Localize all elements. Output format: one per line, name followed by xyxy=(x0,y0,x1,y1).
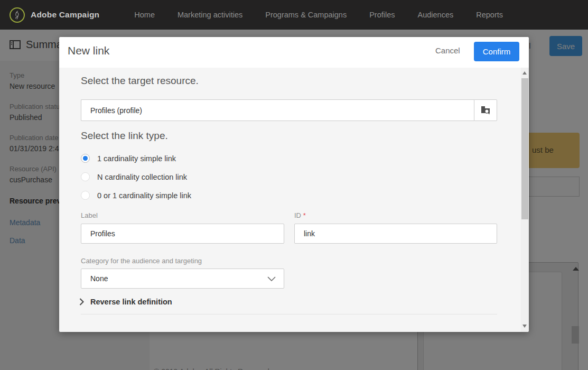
category-select[interactable]: None xyxy=(81,269,284,289)
nav-item-audiences[interactable]: Audiences xyxy=(418,11,454,19)
chevron-right-icon xyxy=(79,298,84,306)
reverse-link-definition-toggle[interactable]: Reverse link definition xyxy=(79,298,172,306)
dialog-header: New link Cancel Confirm xyxy=(59,37,529,68)
scroll-down-icon[interactable] xyxy=(522,325,527,328)
reverse-link-definition-label: Reverse link definition xyxy=(90,298,172,306)
label-field-label: Label xyxy=(81,211,98,219)
radio-unselected-icon[interactable] xyxy=(81,191,90,200)
radio-option-1-cardinality[interactable]: 1 cardinality simple link xyxy=(81,154,176,163)
confirm-button[interactable]: Confirm xyxy=(474,42,519,61)
radio-option-0-or-1-cardinality[interactable]: 0 or 1 cardinality simple link xyxy=(81,191,191,200)
new-link-dialog: New link Cancel Confirm Select the targe… xyxy=(59,37,529,332)
section-divider xyxy=(81,314,497,314)
folder-search-icon xyxy=(481,106,491,115)
nav-item-reports[interactable]: Reports xyxy=(476,11,503,19)
nav-item-programs-campaigns[interactable]: Programs & Campaigns xyxy=(265,11,347,19)
radio-option-n-cardinality[interactable]: N cardinality collection link xyxy=(81,172,187,181)
adobe-campaign-logo-icon xyxy=(10,7,25,23)
category-selected-value: None xyxy=(90,274,267,283)
scrollbar-thumb[interactable] xyxy=(521,78,528,219)
brand-title: Adobe Campaign xyxy=(31,10,99,20)
radio-label: 1 cardinality simple link xyxy=(97,154,176,163)
nav-item-marketing-activities[interactable]: Marketing activities xyxy=(178,11,242,19)
dialog-title: New link xyxy=(68,44,109,57)
radio-unselected-icon[interactable] xyxy=(81,172,90,181)
dialog-body: Select the target resource. Select the l… xyxy=(59,68,521,332)
radio-label: N cardinality collection link xyxy=(97,173,187,181)
target-resource-field-group xyxy=(81,99,497,121)
scroll-up-icon[interactable] xyxy=(522,71,527,75)
dialog-scrollbar[interactable] xyxy=(521,68,529,332)
nav-menu: Home Marketing activities Programs & Cam… xyxy=(134,11,503,19)
chevron-down-icon xyxy=(267,276,276,281)
id-label-text: ID xyxy=(294,211,301,219)
radio-label: 0 or 1 cardinality simple link xyxy=(97,191,191,200)
required-asterisk: * xyxy=(303,211,306,219)
label-input[interactable] xyxy=(81,224,284,244)
nav-item-profiles[interactable]: Profiles xyxy=(369,11,395,19)
nav-item-home[interactable]: Home xyxy=(134,11,155,19)
top-nav: Adobe Campaign Home Marketing activities… xyxy=(0,0,588,30)
id-field-label: ID * xyxy=(294,211,306,219)
browse-resource-button[interactable] xyxy=(474,99,497,121)
id-input[interactable] xyxy=(294,224,497,244)
target-resource-heading: Select the target resource. xyxy=(81,75,199,87)
cancel-button[interactable]: Cancel xyxy=(435,46,460,55)
link-type-heading: Select the link type. xyxy=(81,130,168,142)
category-field-label: Category for the audience and targeting xyxy=(81,257,202,265)
target-resource-input[interactable] xyxy=(81,99,474,121)
radio-selected-icon[interactable] xyxy=(81,154,90,163)
